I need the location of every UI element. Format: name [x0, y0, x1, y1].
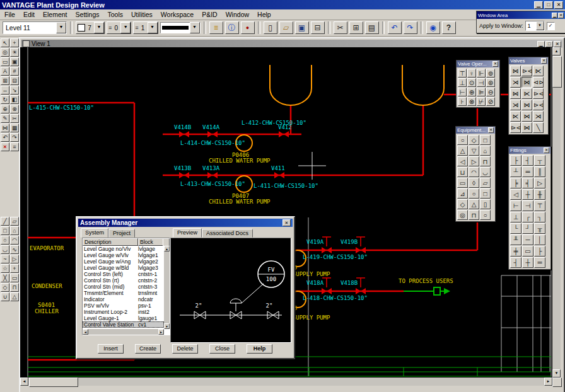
tool-icon[interactable]: ↶	[1, 133, 9, 142]
tab-system[interactable]: System	[81, 228, 108, 238]
list-item[interactable]: Level Gauge w/Anglvlgage2	[83, 258, 164, 265]
tool-icon[interactable]: ▦	[10, 124, 19, 132]
tool-icon[interactable]: A	[1, 67, 9, 76]
valves-palette-titlebar[interactable]: Valves ✕	[509, 57, 548, 64]
palette-tool-button[interactable]: △	[457, 146, 468, 156]
list-item[interactable]: Control Stn (rt)cntstn-2	[83, 277, 164, 284]
tool-icon[interactable]: +	[10, 38, 19, 47]
palette-tool-button[interactable]: ═	[522, 166, 533, 177]
close-icon[interactable]: ✕	[544, 147, 549, 153]
tool-icon[interactable]: ×	[1, 142, 9, 151]
dialog-close-button[interactable]: ✕	[282, 219, 291, 226]
list-item[interactable]: Level Gauge w/Bldlvlgage3	[83, 265, 164, 271]
tool-icon[interactable]: ✂	[10, 114, 19, 123]
menu-item[interactable]: Element	[43, 11, 67, 18]
print-button[interactable]: ⊟	[311, 21, 325, 34]
palette-tool-button[interactable]: ⊦	[458, 97, 467, 106]
view-horizontal-scrollbar[interactable]: ◄ ►	[20, 378, 552, 386]
tool-icon[interactable]: ↖	[1, 38, 9, 47]
palette-tool-button[interactable]: ⊢	[458, 88, 467, 96]
palette-tool-button[interactable]: ╞	[510, 178, 521, 188]
menu-item[interactable]: Help	[257, 11, 271, 18]
tool-icon[interactable]: ⊞	[1, 76, 9, 85]
menu-item[interactable]: P&ID	[202, 11, 218, 18]
dialog-titlebar[interactable]: Assembly Manager ✕	[78, 219, 293, 227]
tool-icon[interactable]: ◎	[1, 48, 9, 57]
minimize-icon[interactable]: ▁	[552, 13, 557, 18]
close-icon[interactable]: ✕	[558, 13, 564, 18]
palette-tool-button[interactable]: ┼	[522, 189, 533, 200]
copy-button[interactable]: ⊞	[349, 21, 363, 34]
tool-icon[interactable]: □	[1, 226, 9, 235]
palette-tool-button[interactable]: ╲	[533, 122, 544, 133]
close-icon[interactable]: ✕	[488, 127, 494, 133]
tool-icon[interactable]: ↔	[1, 86, 9, 95]
palette-tool-button[interactable]: ⊢	[510, 200, 521, 211]
list-item[interactable]: Trnsmtr/Elementtrnslmnt	[83, 290, 164, 296]
palette-tool-button[interactable]: ⊬	[477, 97, 486, 106]
paste-button[interactable]: ▤	[365, 21, 379, 34]
palette-tool-button[interactable]: ╫	[534, 189, 545, 200]
palette-tool-button[interactable]: ⋊	[533, 111, 544, 122]
palette-tool-button[interactable]: ⋈	[521, 122, 532, 133]
scroll-left-button[interactable]: ◄	[20, 378, 28, 386]
palette-tool-button[interactable]: ╥	[534, 223, 545, 234]
tool-icon[interactable]: ▭	[1, 57, 9, 66]
column-header-block[interactable]: Block	[138, 238, 164, 246]
line-sample-combo[interactable]: ▼	[160, 22, 201, 33]
record-button[interactable]: ●	[241, 21, 255, 34]
palette-tool-button[interactable]: ♀	[467, 69, 476, 78]
column-header-description[interactable]: Description	[83, 238, 138, 246]
list-vertical-scrollbar[interactable]: ▲ ▼	[164, 246, 170, 329]
palette-tool-button[interactable]: △	[469, 199, 479, 209]
minimize-button[interactable]: ▁	[534, 1, 543, 9]
palette-tool-button[interactable]: ─	[522, 234, 533, 245]
palette-tool-button[interactable]: ▷	[469, 156, 479, 166]
palette-tool-button[interactable]: ◊	[469, 178, 479, 188]
palette-tool-button[interactable]: ⋉	[510, 111, 521, 122]
menu-item[interactable]: Workspace	[161, 11, 194, 18]
list-horizontal-scrollbar[interactable]: ◄ ►	[83, 329, 164, 335]
tool-icon[interactable]: ╱	[1, 217, 9, 226]
insert-button[interactable]: Insert	[98, 344, 124, 354]
list-item[interactable]: Instrument Loop-2inst2	[83, 309, 164, 315]
equipment-palette-titlebar[interactable]: Equipment... ✕	[456, 127, 495, 134]
tab-associated-docs[interactable]: Associated Docs	[202, 229, 253, 238]
scroll-left-button[interactable]: ◄	[83, 329, 88, 335]
tool-icon[interactable]: ∿	[10, 245, 19, 254]
close-button[interactable]: Close	[209, 344, 235, 354]
palette-tool-button[interactable]: ⋈	[521, 77, 532, 88]
palette-tool-button[interactable]: ║	[534, 166, 545, 177]
palette-tool-button[interactable]: ◁	[457, 156, 468, 166]
scroll-right-button[interactable]: ►	[544, 378, 552, 386]
palette-tool-button[interactable]: ⋈	[510, 66, 521, 76]
palette-tool-button[interactable]: ┤	[510, 257, 521, 268]
palette-tool-button[interactable]: ┴	[510, 166, 521, 177]
palette-tool-button[interactable]: ⊳⊲	[510, 122, 521, 133]
tool-icon[interactable]: ⋈	[1, 124, 9, 132]
list-item[interactable]: Indicatorndcatr	[83, 296, 164, 303]
chevron-down-icon[interactable]: ▼	[94, 22, 104, 33]
tool-icon[interactable]: #	[10, 67, 19, 76]
view-menu-icon[interactable]	[23, 40, 30, 47]
palette-tool-button[interactable]: ⊙	[467, 78, 476, 87]
palette-tool-button[interactable]: ▷	[534, 178, 545, 188]
line-style-combo[interactable]: ≡ 0 ▼	[107, 21, 131, 34]
view-vertical-scrollbar[interactable]: ▲ ▼	[552, 47, 561, 378]
palette-tool-button[interactable]: ◇	[457, 199, 468, 209]
window-area-titlebar[interactable]: Window Area ▁ ✕	[477, 11, 565, 19]
list-item[interactable]: Control Valve Stationcv1	[83, 321, 164, 328]
valve-operators-palette-titlebar[interactable]: Valve Oper... ✕	[457, 61, 499, 67]
scroll-right-button[interactable]: ►	[158, 329, 164, 335]
tool-icon[interactable]: ╳	[1, 274, 9, 282]
tool-icon[interactable]: ✎	[1, 114, 9, 123]
save-file-button[interactable]: ▣	[295, 21, 309, 34]
palette-tool-button[interactable]: ⌂	[480, 146, 491, 156]
palette-tool-button[interactable]: ⊗	[467, 97, 476, 106]
palette-tool-button[interactable]: ⊣	[477, 78, 486, 87]
palette-tool-button[interactable]: ⊩	[477, 69, 486, 78]
chevron-down-icon[interactable]: ▼	[190, 22, 200, 33]
maximize-button[interactable]: □	[544, 1, 553, 9]
palette-tool-button[interactable]: ⊔	[457, 167, 468, 177]
vertical-scroll-thumb[interactable]	[552, 56, 562, 88]
